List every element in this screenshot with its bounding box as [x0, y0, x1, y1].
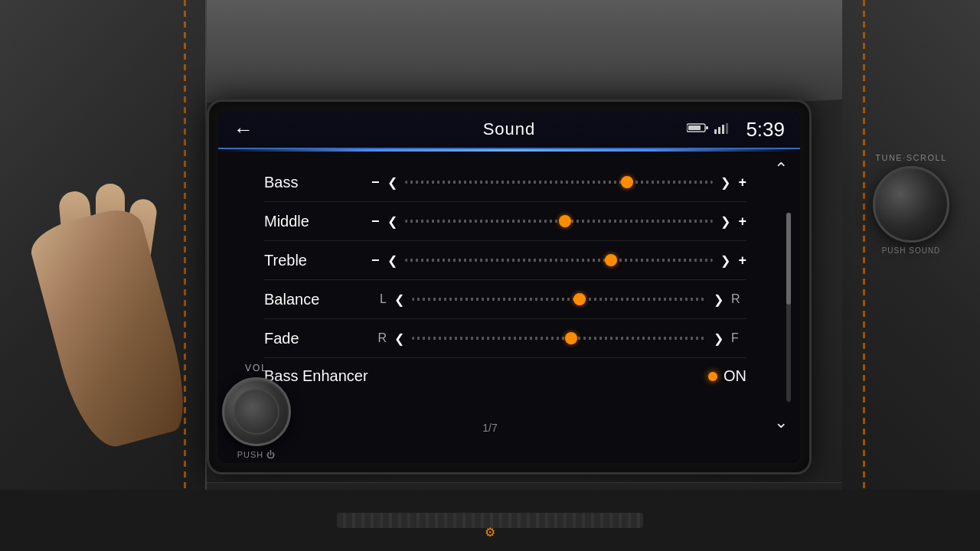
balance-track: [412, 298, 706, 301]
svg-rect-5: [722, 125, 724, 134]
scrollbar-thumb[interactable]: [786, 213, 791, 305]
bass-track: [405, 181, 714, 184]
tune-knob[interactable]: [873, 166, 949, 243]
fade-track: [412, 337, 706, 340]
middle-thumb: [559, 215, 571, 227]
middle-plus-button[interactable]: +: [738, 214, 746, 230]
vol-knob-area: VOL PUSH ⏻: [207, 363, 306, 459]
fade-left-label: R: [371, 331, 387, 345]
tune-label: TUNE·SCROLL: [875, 153, 947, 162]
vol-knob-inner: [234, 389, 279, 435]
right-stitching: [863, 0, 865, 551]
treble-minus-button[interactable]: −: [371, 253, 380, 269]
bass-enhancer-toggle[interactable]: ON: [708, 367, 746, 385]
bass-plus-button[interactable]: +: [738, 174, 746, 191]
bass-enhancer-label: Bass Enhancer: [264, 367, 701, 385]
middle-minus-button[interactable]: −: [371, 214, 380, 230]
battery-icon: [687, 122, 708, 136]
fade-label: Fade: [264, 330, 364, 347]
bass-thumb: [621, 176, 633, 188]
middle-label: Middle: [264, 213, 364, 230]
middle-slider[interactable]: [405, 210, 714, 233]
back-button[interactable]: ←: [234, 118, 253, 142]
balance-row: Balance L ❮ ❯ R: [264, 280, 746, 319]
treble-label: Treble: [264, 252, 364, 269]
balance-slider[interactable]: [412, 288, 706, 311]
treble-chevron-right[interactable]: ❯: [720, 253, 730, 268]
floor-area: ⚙: [0, 490, 980, 551]
balance-chevron-right[interactable]: ❯: [714, 292, 724, 307]
fade-thumb: [565, 332, 577, 344]
balance-label: Balance: [264, 291, 364, 308]
svg-rect-1: [688, 126, 701, 130]
balance-right-label: R: [731, 292, 746, 306]
tune-knob-area: TUNE·SCROLL PUSH SOUND: [842, 153, 980, 255]
balance-left-label: L: [371, 292, 387, 306]
fade-chevron-left[interactable]: ❮: [394, 331, 404, 346]
fade-slider[interactable]: [412, 327, 706, 350]
bass-minus-button[interactable]: −: [371, 174, 380, 191]
middle-chevron-left[interactable]: ❮: [387, 214, 397, 229]
treble-chevron-left[interactable]: ❮: [387, 253, 397, 268]
middle-row: Middle − ❮ ❯ +: [264, 202, 746, 241]
fade-right-label: F: [731, 331, 746, 345]
time-display: 5:39: [746, 118, 785, 142]
vol-knob[interactable]: [222, 377, 291, 446]
bass-slider[interactable]: [405, 171, 714, 194]
push-sound-label: PUSH SOUND: [882, 246, 941, 255]
scroll-down-button[interactable]: ⌄: [774, 412, 788, 432]
svg-rect-4: [718, 127, 720, 134]
svg-rect-2: [706, 126, 708, 129]
status-icons: 5:39: [687, 118, 785, 142]
balance-chevron-left[interactable]: ❮: [394, 292, 404, 307]
fade-row: Fade R ❮ ❯ F: [264, 319, 746, 358]
treble-slider[interactable]: [405, 249, 714, 272]
on-dot: [708, 372, 717, 381]
middle-track: [405, 220, 714, 223]
on-text: ON: [724, 367, 746, 385]
hand-shape: [26, 204, 197, 455]
scroll-up-button[interactable]: ⌃: [774, 159, 788, 179]
push-label: PUSH ⏻: [237, 450, 276, 459]
bass-chevron-left[interactable]: ❮: [387, 175, 397, 190]
bass-row: Bass − ❮ ❯ +: [264, 163, 746, 202]
svg-rect-6: [726, 123, 728, 134]
balance-thumb: [573, 293, 586, 305]
treble-thumb: [605, 254, 617, 266]
status-bar: ← Sound: [218, 111, 800, 149]
treble-track: [405, 259, 714, 262]
orange-indicator: ⚙: [485, 525, 495, 540]
page-indicator: 1/7: [482, 422, 497, 434]
bass-label: Bass: [264, 174, 364, 191]
svg-rect-3: [714, 129, 717, 134]
scroll-arrows: ⌃ ⌄: [762, 152, 800, 440]
hand: [38, 214, 191, 482]
fade-chevron-right[interactable]: ❯: [714, 331, 724, 346]
screen-title: Sound: [483, 119, 536, 139]
treble-row: Treble − ❮ ❯ +: [264, 241, 746, 280]
vol-label: VOL: [245, 363, 268, 373]
treble-plus-button[interactable]: +: [738, 253, 746, 269]
scrollbar-track: [786, 213, 791, 402]
bass-enhancer-row: Bass Enhancer ON: [264, 358, 746, 394]
middle-chevron-right[interactable]: ❯: [720, 214, 730, 229]
bass-chevron-right[interactable]: ❯: [720, 175, 730, 190]
signal-icon: [714, 123, 728, 136]
